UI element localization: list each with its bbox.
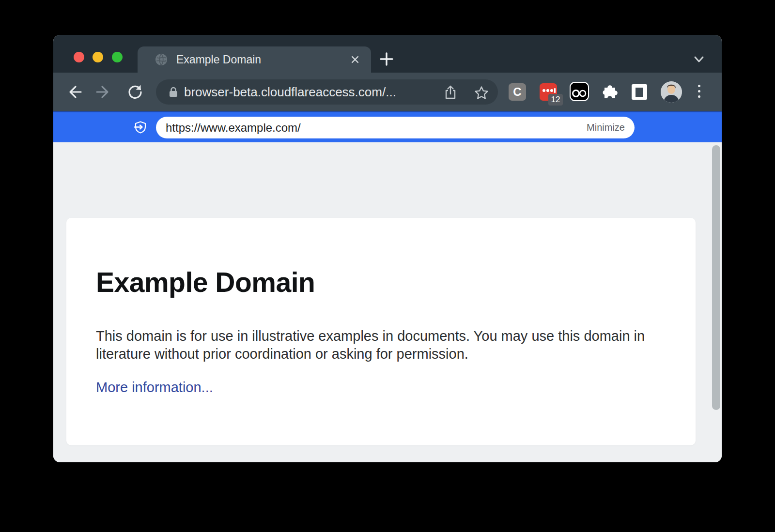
globe-favicon-icon	[155, 53, 168, 66]
isolation-bar: https://www.example.com/ Minimize	[53, 111, 722, 142]
side-panel-icon[interactable]	[632, 84, 647, 100]
isolated-url-input[interactable]: https://www.example.com/ Minimize	[156, 117, 635, 138]
close-window-button[interactable]	[74, 52, 84, 62]
browser-menu-icon[interactable]	[696, 85, 702, 101]
extensions-puzzle-icon[interactable]	[601, 83, 620, 102]
reload-button[interactable]	[126, 83, 144, 101]
scrollbar-thumb[interactable]	[712, 145, 720, 410]
new-tab-button[interactable]	[379, 51, 394, 67]
back-button[interactable]	[66, 83, 83, 101]
side-panel-icon-hole	[636, 88, 643, 97]
tab-example-domain[interactable]: Example Domain	[138, 46, 371, 73]
screenshot-stage: Example Domain	[0, 0, 775, 532]
forward-button[interactable]	[94, 83, 112, 101]
content-card: Example Domain This domain is for use in…	[66, 218, 696, 445]
tab-strip: Example Domain	[53, 35, 722, 73]
bookmark-star-icon[interactable]	[474, 85, 489, 101]
browser-toolbar: browser-beta.cloudflareaccess.com/... C	[53, 73, 722, 111]
isolated-url-text: https://www.example.com/	[166, 117, 301, 138]
shield-arrow-icon	[134, 121, 147, 134]
minimize-bar-button[interactable]: Minimize	[587, 117, 625, 138]
extension-badge: 12	[548, 94, 563, 106]
address-bar[interactable]: browser-beta.cloudflareaccess.com/...	[156, 79, 498, 105]
minimize-window-button[interactable]	[93, 52, 103, 62]
tab-search-chevron-icon[interactable]	[692, 54, 706, 65]
maximize-window-button[interactable]	[112, 52, 123, 62]
lock-icon[interactable]	[168, 86, 179, 98]
tab-close-icon[interactable]	[351, 55, 359, 64]
profile-avatar[interactable]	[661, 81, 682, 103]
page-title: Example Domain	[96, 266, 315, 298]
page-paragraph: This domain is for use in illustrative e…	[96, 327, 658, 363]
share-icon[interactable]	[443, 85, 458, 100]
tab-title: Example Domain	[176, 46, 261, 73]
goggles-extension-icon[interactable]	[570, 82, 589, 101]
extension-c-icon[interactable]: C	[509, 83, 526, 101]
more-information-link[interactable]: More information...	[96, 380, 213, 395]
browser-window: Example Domain	[53, 35, 722, 462]
address-bar-url: browser-beta.cloudflareaccess.com/...	[184, 79, 396, 105]
password-manager-extension-icon[interactable]: 12	[540, 83, 557, 101]
page-viewport: Example Domain This domain is for use in…	[53, 142, 722, 462]
